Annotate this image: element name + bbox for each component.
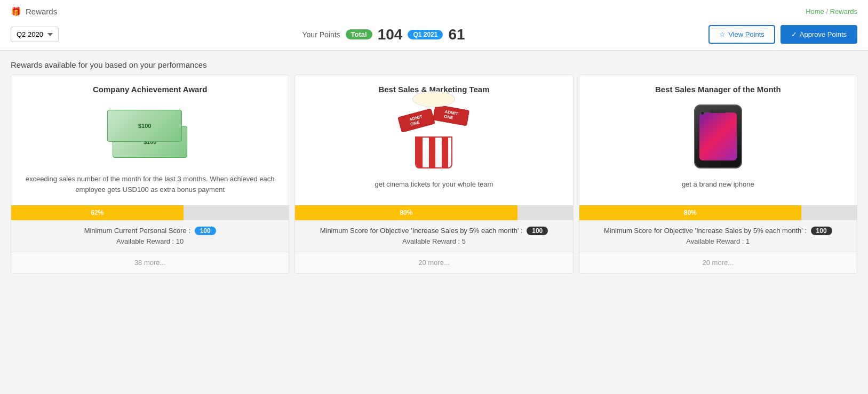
ticket-popcorn-image: ADMITONE ADMITONE bbox=[391, 104, 476, 168]
phone-camera bbox=[700, 111, 705, 115]
score-label: Minimum Current Personal Score : bbox=[84, 227, 190, 235]
card-image-area: ADMITONE ADMITONE bbox=[295, 99, 572, 174]
progress-label: 62% bbox=[91, 209, 103, 216]
star-icon: ☆ bbox=[719, 30, 726, 38]
popcorn-box bbox=[415, 136, 452, 168]
card-description: get cinema tickets for your whole team bbox=[295, 174, 572, 200]
popcorn-top bbox=[412, 91, 455, 107]
badge-total: Total bbox=[346, 29, 372, 39]
money-image: $100 $100 bbox=[107, 104, 193, 163]
score-label: Minimum Score for Objective 'Increase Sa… bbox=[604, 227, 807, 235]
approve-points-label: Approve Points bbox=[800, 30, 847, 38]
toolbar: Q2 2020 Q1 2020 Q3 2020 Q4 2020 Your Poi… bbox=[0, 19, 868, 51]
card-best-sales-team: Best Sales & Marketing Team ADMITONE ADM… bbox=[294, 75, 573, 274]
card-image-area: $100 $100 bbox=[11, 99, 289, 168]
card-description: get a brand new iphone bbox=[579, 174, 857, 200]
view-points-label: View Points bbox=[728, 30, 765, 38]
card-best-sales-manager: Best Sales Manager of the Month get a br… bbox=[579, 75, 857, 274]
app-title: Rewards bbox=[26, 7, 57, 16]
view-points-button[interactable]: ☆ View Points bbox=[708, 25, 775, 44]
progress-bar-container: 62% bbox=[11, 205, 289, 220]
score-line: Minimum Current Personal Score : 100 bbox=[20, 227, 280, 235]
card-image-area bbox=[579, 99, 857, 174]
bill-front: $100 bbox=[107, 110, 182, 142]
card-company-achievement: Company Achievement Award $100 $100 exce… bbox=[11, 75, 289, 274]
quarter-select[interactable]: Q2 2020 Q1 2020 Q3 2020 Q4 2020 bbox=[11, 27, 59, 42]
card-more[interactable]: 20 more... bbox=[295, 252, 572, 273]
points-label: Your Points bbox=[302, 30, 340, 39]
progress-bar-container: 80% bbox=[579, 205, 857, 220]
breadcrumb: Home / Rewards bbox=[806, 7, 857, 15]
card-title: Best Sales Manager of the Month bbox=[579, 75, 857, 99]
progress-bar-container: 80% bbox=[295, 205, 572, 220]
approve-points-button[interactable]: ✓ Approve Points bbox=[781, 25, 857, 44]
score-value: 100 bbox=[811, 227, 832, 235]
score-line: Minimum Score for Objective 'Increase Sa… bbox=[304, 227, 564, 235]
progress-bar-fill: 62% bbox=[11, 205, 184, 220]
toolbar-left: Q2 2020 Q1 2020 Q3 2020 Q4 2020 bbox=[11, 27, 59, 42]
badge-q1: Q1 2021 bbox=[408, 30, 443, 39]
score-line: Minimum Score for Objective 'Increase Sa… bbox=[588, 227, 848, 235]
card-description: exceeding sales number of the month for … bbox=[11, 168, 289, 200]
q1-points-value: 61 bbox=[448, 26, 465, 43]
total-points-value: 104 bbox=[378, 26, 403, 43]
toolbar-center: Your Points Total 104 Q1 2021 61 bbox=[302, 26, 465, 43]
card-score-section: Minimum Current Personal Score : 100 Ava… bbox=[11, 220, 289, 252]
ticket-2: ADMITONE bbox=[433, 104, 469, 126]
available-reward: Available Reward : 1 bbox=[588, 237, 848, 245]
breadcrumb-current[interactable]: Rewards bbox=[830, 7, 857, 15]
card-score-section: Minimum Score for Objective 'Increase Sa… bbox=[579, 220, 857, 252]
available-reward: Available Reward : 5 bbox=[304, 237, 564, 245]
cards-container: Company Achievement Award $100 $100 exce… bbox=[0, 75, 868, 284]
score-value: 100 bbox=[195, 227, 216, 235]
gift-icon: 🎁 bbox=[11, 6, 21, 17]
card-more[interactable]: 20 more... bbox=[579, 252, 857, 273]
phone-screen bbox=[699, 112, 737, 160]
card-more[interactable]: 38 more... bbox=[11, 252, 289, 273]
app-title-area: 🎁 Rewards bbox=[11, 6, 57, 17]
score-label: Minimum Score for Objective 'Increase Sa… bbox=[320, 227, 523, 235]
checkmark-icon: ✓ bbox=[791, 30, 797, 38]
ticket-1: ADMITONE bbox=[398, 108, 436, 133]
breadcrumb-separator: / bbox=[826, 7, 830, 15]
progress-bar-fill: 80% bbox=[295, 205, 517, 220]
progress-label: 80% bbox=[684, 209, 697, 216]
available-reward: Available Reward : 10 bbox=[20, 237, 280, 245]
progress-bar-fill: 80% bbox=[579, 205, 801, 220]
section-title: Rewards available for you based on your … bbox=[0, 51, 868, 75]
progress-label: 80% bbox=[400, 209, 412, 216]
toolbar-right: ☆ View Points ✓ Approve Points bbox=[708, 25, 857, 44]
phone-notch bbox=[710, 110, 726, 113]
phone-image bbox=[694, 104, 742, 168]
breadcrumb-home[interactable]: Home bbox=[806, 7, 824, 15]
score-value: 100 bbox=[527, 227, 548, 235]
card-title: Company Achievement Award bbox=[11, 75, 289, 99]
card-score-section: Minimum Score for Objective 'Increase Sa… bbox=[295, 220, 572, 252]
top-bar: 🎁 Rewards Home / Rewards bbox=[0, 0, 868, 19]
